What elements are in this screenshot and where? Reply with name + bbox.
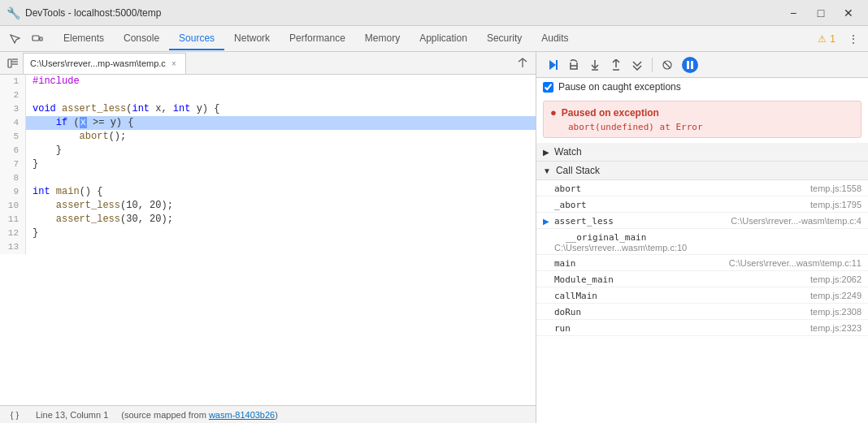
stack-item[interactable]: __original_mainC:\Users\rrever...wasm\te… (536, 229, 868, 255)
file-tab-close[interactable]: × (169, 58, 179, 68)
resume-btn[interactable] (543, 55, 562, 75)
tab-elements[interactable]: Elements (54, 28, 114, 50)
stack-function-name: Module_main (554, 273, 810, 285)
tab-application[interactable]: Application (410, 28, 477, 50)
line-number: 3 (0, 102, 26, 116)
more-tools-btn[interactable]: ⋮ (842, 28, 865, 50)
step-into-btn[interactable] (585, 55, 605, 75)
line-content (26, 240, 536, 254)
cursor-position: Line 13, Column 1 (36, 410, 108, 420)
stack-function-name: __original_main (566, 231, 646, 243)
minimize-button[interactable]: − (780, 5, 806, 21)
step-out-btn[interactable] (606, 55, 626, 75)
code-editor[interactable]: 1#include 2 3void assert_less(int x, int… (0, 75, 536, 405)
file-tab-bar: C:\Users\rrever...mp-wasm\temp.c × (0, 52, 536, 75)
tab-performance[interactable]: Performance (280, 28, 355, 50)
deactivate-breakpoints-btn[interactable] (658, 55, 677, 75)
stack-item[interactable]: Module_maintemp.js:2062 (536, 271, 868, 287)
maximize-button[interactable]: □ (808, 5, 834, 21)
svg-rect-1 (40, 37, 42, 41)
stack-location: temp.js:2308 (810, 305, 861, 317)
line-number: 13 (0, 240, 26, 254)
line-number: 2 (0, 88, 26, 102)
exception-error-icon: ● (550, 106, 557, 119)
line-number: 8 (0, 171, 26, 185)
exception-detail: abort(undefined) at Error (550, 122, 854, 132)
file-tab-name: C:\Users\rrever...mp-wasm\temp.c (30, 58, 166, 68)
exception-banner: ● Paused on exception abort(undefined) a… (543, 101, 861, 138)
code-line: 2 (0, 88, 536, 102)
line-content: abort(); (26, 130, 536, 144)
svg-rect-15 (687, 61, 689, 69)
stack-arrow-icon (543, 273, 554, 275)
tabs-container: ElementsConsoleSourcesNetworkPerformance… (54, 28, 579, 50)
line-number: 10 (0, 199, 26, 213)
stack-item[interactable]: ▶assert_lessC:\Users\rrever...-wasm\temp… (536, 213, 868, 229)
inspect-icon-btn[interactable] (3, 28, 26, 50)
source-map-link[interactable]: wasm-81403b26 (209, 410, 275, 420)
line-content: void assert_less(int x, int y) { (26, 102, 536, 116)
stack-function-name: doRun (554, 305, 810, 317)
stack-location: C:\Users\rrever...-wasm\temp.c:4 (731, 214, 861, 226)
stack-function-name: abort (554, 182, 810, 194)
stack-item[interactable]: mainC:\Users\rrever...wasm\temp.c:11 (536, 255, 868, 271)
line-content: } (26, 158, 536, 171)
stack-item[interactable]: callMaintemp.js:2249 (536, 287, 868, 304)
tab-audits[interactable]: Audits (532, 28, 578, 50)
close-button[interactable]: ✕ (835, 5, 861, 21)
stack-item[interactable]: doRuntemp.js:2308 (536, 304, 868, 320)
svg-rect-8 (556, 60, 558, 70)
pause-caught-checkbox[interactable] (543, 82, 553, 93)
source-format-btn[interactable]: { } (7, 407, 23, 423)
code-scroll-area[interactable]: 1#include 2 3void assert_less(int x, int… (0, 75, 536, 405)
tab-memory[interactable]: Memory (355, 28, 410, 50)
file-tab[interactable]: C:\Users\rrever...mp-wasm\temp.c × (23, 53, 186, 74)
code-line: 7} (0, 158, 536, 171)
code-line: 8 (0, 171, 536, 185)
stack-location: temp.js:1795 (810, 198, 861, 209)
line-content: if (x >= y) { (26, 116, 536, 130)
stack-arrow-icon (543, 257, 554, 259)
stack-sub-location: C:\Users\rrever...wasm\temp.c:10 (554, 243, 687, 253)
pause-caught-label[interactable]: Pause on caught exceptions (558, 81, 681, 93)
stack-location: C:\Users\rrever...wasm\temp.c:11 (729, 257, 861, 268)
code-line: 6 } (0, 144, 536, 158)
stack-item[interactable]: _aborttemp.js:1795 (536, 196, 868, 213)
pause-on-exception-btn[interactable] (682, 57, 698, 73)
watch-section-label: Watch (554, 146, 582, 158)
window-controls: − □ ✕ (780, 5, 861, 21)
call-stack-list: aborttemp.js:1558_aborttemp.js:1795▶asse… (536, 180, 868, 336)
device-toolbar-icon-btn[interactable] (26, 28, 49, 50)
right-scroll-area[interactable]: Pause on caught exceptions ● Paused on e… (536, 78, 868, 423)
tab-security[interactable]: Security (477, 28, 532, 50)
toggle-sidebar-btn[interactable] (3, 54, 23, 73)
code-line: 5 abort(); (0, 130, 536, 144)
stack-function-name: main (554, 257, 729, 269)
step-btn[interactable] (627, 55, 647, 75)
stack-arrow-icon (543, 289, 554, 291)
debugger-toolbar (536, 52, 868, 78)
tab-network[interactable]: Network (224, 28, 280, 50)
tab-sources[interactable]: Sources (169, 28, 224, 50)
step-over-btn[interactable] (564, 55, 584, 75)
title-bar: 🔧 DevTools - localhost:5000/temp − □ ✕ (0, 0, 868, 26)
tab-console[interactable]: Console (114, 28, 169, 50)
stack-arrow-icon (543, 182, 554, 184)
code-line: 13 (0, 240, 536, 254)
call-stack-section-header[interactable]: ▼ Call Stack (536, 162, 868, 180)
svg-rect-16 (691, 61, 693, 69)
line-number: 6 (0, 144, 26, 158)
line-number: 5 (0, 130, 26, 144)
watch-section-header[interactable]: ▶ Watch (536, 143, 868, 162)
stack-item[interactable]: aborttemp.js:1558 (536, 180, 868, 196)
file-nav-sync-btn[interactable] (513, 54, 532, 73)
stack-function-name: _abort (554, 198, 810, 210)
code-line: 3void assert_less(int x, int y) { (0, 102, 536, 116)
stack-arrow-icon (543, 198, 554, 201)
stack-item[interactable]: runtemp.js:2323 (536, 320, 868, 336)
stack-function-name: assert_less (554, 214, 731, 227)
line-number: 1 (0, 75, 26, 88)
line-number: 12 (0, 227, 26, 240)
stack-function-name: run (554, 322, 810, 334)
line-content: } (26, 227, 536, 240)
